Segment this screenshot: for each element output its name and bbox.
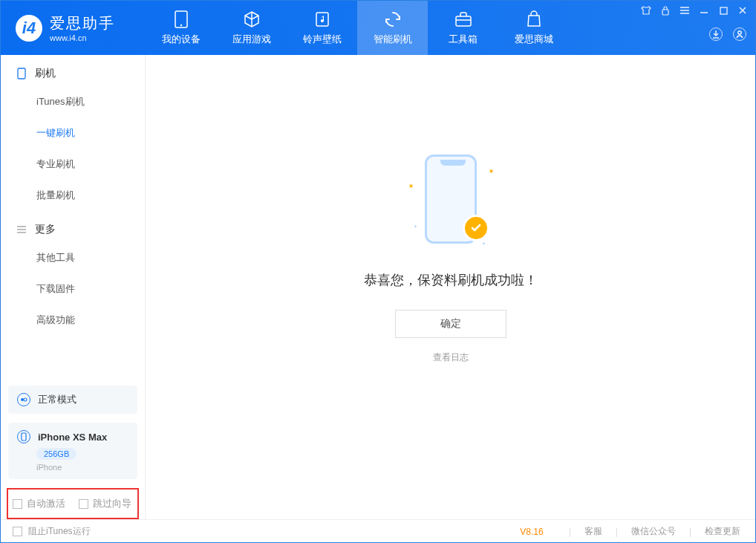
logo-icon: i4 (16, 15, 42, 42)
sidebar-item-advanced[interactable]: 高级功能 (36, 305, 145, 336)
sidebar-item-other-tools[interactable]: 其他工具 (36, 242, 145, 273)
svg-rect-4 (662, 10, 668, 15)
nav-ringtone[interactable]: 铃声壁纸 (287, 1, 357, 55)
checkbox-skip-guide[interactable]: 跳过向导 (79, 497, 131, 510)
minimize-button[interactable] (697, 4, 711, 17)
sidebar: 刷机 iTunes刷机 一键刷机 专业刷机 批量刷机 更多 其他工具 下载固件 … (1, 55, 146, 519)
sidebar-group-more: 更多 (1, 211, 145, 242)
sidebar-group-flash: 刷机 (1, 55, 145, 86)
mode-label: 正常模式 (38, 393, 76, 406)
device-mode-box[interactable]: 正常模式 (8, 386, 137, 414)
title-bar: i4 爱思助手 www.i4.cn 我的设备 应用游戏 铃声壁纸 智能刷机 工具… (1, 1, 755, 55)
mode-icon (17, 393, 30, 406)
menu-icon[interactable] (678, 4, 691, 17)
app-logo: i4 爱思助手 www.i4.cn (1, 13, 146, 42)
svg-rect-5 (720, 7, 727, 14)
sync-icon (384, 10, 402, 28)
checkbox-auto-activate[interactable]: 自动激活 (13, 497, 65, 510)
sidebar-item-batch-flash[interactable]: 批量刷机 (36, 180, 145, 211)
close-button[interactable] (736, 4, 749, 17)
support-link[interactable]: 客服 (581, 525, 605, 538)
window-controls-top (639, 4, 749, 17)
svg-rect-2 (316, 13, 328, 26)
checkbox-icon (13, 527, 22, 536)
device-name: iPhone XS Max (38, 432, 107, 443)
bag-icon (525, 10, 543, 28)
checkbox-icon (13, 499, 22, 509)
checkbox-block-itunes[interactable]: 阻止iTunes运行 (13, 525, 91, 538)
device-small-icon (17, 430, 30, 443)
nav-store[interactable]: 爱思商城 (498, 1, 569, 55)
app-name: 爱思助手 (50, 13, 115, 33)
device-capacity: 256GB (36, 448, 76, 460)
svg-point-9 (24, 398, 27, 401)
cube-icon (243, 10, 261, 28)
music-icon (313, 10, 331, 28)
version-label: V8.16 (520, 527, 543, 537)
sidebar-item-itunes-flash[interactable]: iTunes刷机 (36, 86, 145, 117)
header-actions (709, 27, 746, 41)
success-message: 恭喜您，保资料刷机成功啦！ (364, 271, 538, 289)
nav-my-device[interactable]: 我的设备 (146, 1, 216, 55)
nav-flash[interactable]: 智能刷机 (357, 1, 428, 55)
maximize-button[interactable] (717, 4, 730, 17)
view-log-link[interactable]: 查看日志 (433, 351, 469, 364)
svg-rect-10 (22, 433, 26, 440)
shirt-icon[interactable] (639, 4, 653, 17)
device-icon (172, 10, 190, 28)
svg-point-1 (180, 24, 181, 25)
device-info-box[interactable]: iPhone XS Max 256GB iPhone (8, 423, 137, 479)
svg-rect-3 (456, 16, 471, 26)
sidebar-item-download-firmware[interactable]: 下载固件 (36, 273, 145, 305)
nav-toolbox[interactable]: 工具箱 (428, 1, 498, 55)
toolbox-icon (454, 10, 472, 28)
main-content: ✦✦✦✦ 恭喜您，保资料刷机成功啦！ 确定 查看日志 (146, 55, 755, 519)
main-nav: 我的设备 应用游戏 铃声壁纸 智能刷机 工具箱 爱思商城 (146, 1, 569, 55)
sidebar-item-onekey-flash[interactable]: 一键刷机 (36, 117, 145, 149)
checkbox-icon (79, 499, 88, 509)
success-illustration: ✦✦✦✦ (399, 151, 503, 255)
ok-button[interactable]: 确定 (395, 310, 506, 338)
device-type: iPhone (36, 463, 128, 472)
svg-point-6 (738, 31, 741, 34)
options-highlight-box: 自动激活 跳过向导 (7, 488, 139, 519)
check-update-link[interactable]: 检查更新 (702, 525, 743, 538)
list-icon (16, 224, 27, 235)
sidebar-item-pro-flash[interactable]: 专业刷机 (36, 149, 145, 180)
wechat-link[interactable]: 微信公众号 (628, 525, 679, 538)
nav-apps[interactable]: 应用游戏 (216, 1, 287, 55)
phone-icon (16, 68, 27, 79)
svg-rect-7 (18, 68, 25, 79)
svg-point-8 (21, 398, 24, 401)
app-url: www.i4.cn (50, 33, 115, 42)
user-button[interactable] (733, 27, 746, 41)
status-bar: 阻止iTunes运行 V8.16 | 客服 | 微信公众号 | 检查更新 (1, 519, 755, 543)
check-icon (463, 215, 489, 241)
download-button[interactable] (709, 27, 723, 41)
lock-icon[interactable] (659, 4, 672, 17)
